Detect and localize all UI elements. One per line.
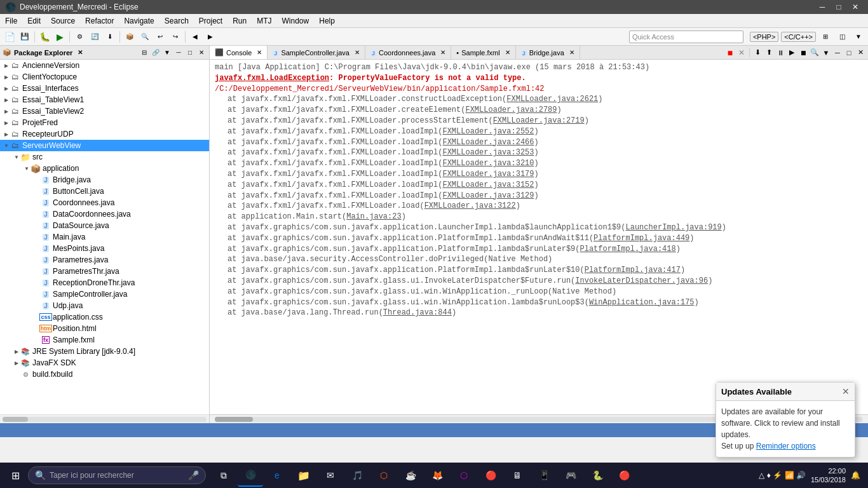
stack-link-7[interactable]: FXMLLoader.java:3210 <box>442 159 534 168</box>
toolbar-btn-7[interactable]: 🔍 <box>138 30 152 44</box>
toolbar-btn-9[interactable]: ↪ <box>168 30 182 44</box>
console-action-4[interactable]: ▶ <box>787 48 797 58</box>
stack-link-12[interactable]: Main.java:23 <box>346 212 401 221</box>
stack-link-13[interactable]: LauncherImpl.java:919 <box>626 223 722 232</box>
tree-item-bridge[interactable]: J Bridge.java <box>0 174 209 186</box>
tree-item-buildfxbuild[interactable]: ⚙ build.fxbuild <box>0 369 209 380</box>
exception-link[interactable]: javafx.fxml.LoadException <box>215 74 329 83</box>
updates-close-button[interactable]: ✕ <box>842 386 850 396</box>
package-explorer-tab[interactable]: 📦 <box>3 48 11 57</box>
run-button[interactable]: ▶ <box>53 30 67 44</box>
remove-console-button[interactable]: ✕ <box>736 48 747 58</box>
stack-link-11[interactable]: FXMLLoader.java:3122 <box>424 201 516 210</box>
collapse-all-button[interactable]: ⊟ <box>139 48 149 58</box>
console-action-3[interactable]: ⏸ <box>775 48 785 58</box>
stack-link-4[interactable]: FXMLLoader.java:2552 <box>442 127 534 136</box>
stack-link-3[interactable]: FXMLLoader.java:2719 <box>493 116 585 125</box>
minimize-button[interactable]: ─ <box>815 1 830 13</box>
stack-link-21[interactable]: Thread.java:844 <box>383 308 452 317</box>
maximize-button[interactable]: □ <box>831 1 846 13</box>
tree-item-parametresthr[interactable]: J ParametresThr.java <box>0 266 209 277</box>
link-editor-button[interactable]: 🔗 <box>151 48 161 58</box>
tree-item-recepteurudp[interactable]: ▶ 🗂 RecepteurUDP <box>0 128 209 140</box>
tree-item-ancienneversion[interactable]: ▶ 🗂 AncienneVersion <box>0 60 209 71</box>
app11-taskbar-button[interactable]: 🖥 <box>505 464 530 487</box>
tree-item-src[interactable]: ▼ 📁 src <box>0 151 209 163</box>
tree-item-parametres[interactable]: J Parametres.java <box>0 254 209 266</box>
coordonnees-tab[interactable]: J Coordonnees.java ✕ <box>365 46 451 59</box>
menu-file[interactable]: File <box>0 14 22 27</box>
menu-refactor[interactable]: Refactor <box>80 14 119 27</box>
console-action-6[interactable]: 🔍 <box>810 48 820 58</box>
tree-item-application[interactable]: ▼ 📦 application <box>0 163 209 174</box>
console-tab[interactable]: ⬛ Console ✕ <box>210 46 268 59</box>
hscroll-thumb[interactable] <box>215 417 253 422</box>
stack-link-14[interactable]: PlatformImpl.java:449 <box>593 234 689 243</box>
forward-button[interactable]: ▶ <box>203 30 217 44</box>
minimize-panel-button[interactable]: ─ <box>173 48 184 58</box>
new-button[interactable]: 📄 <box>3 30 17 44</box>
package-explorer-close[interactable]: ✕ <box>78 49 83 56</box>
console-tab-close[interactable]: ✕ <box>257 49 262 56</box>
reminder-options-link[interactable]: Reminder options <box>756 442 816 451</box>
tree-item-datasource[interactable]: J DataSource.java <box>0 220 209 231</box>
samplecontroller-tab[interactable]: J SampleController.java ✕ <box>268 46 365 59</box>
tree-item-jresyslib[interactable]: ▶ 📚 JRE System Library [jdk-9.0.4] <box>0 346 209 357</box>
close-console-button[interactable]: ✕ <box>855 48 865 58</box>
tree-hscrollbar[interactable] <box>0 414 209 423</box>
app6-taskbar-button[interactable]: ⬡ <box>371 464 397 487</box>
menu-run[interactable]: Run <box>227 14 252 27</box>
tree-item-serveurwebview[interactable]: ▼ 🗂 ServeurWebView <box>0 140 209 151</box>
menu-source[interactable]: Source <box>46 14 80 27</box>
stack-link-20[interactable]: WinApplication.java:175 <box>589 298 695 307</box>
cpp-lang-button[interactable]: <C/C++> <box>781 32 816 42</box>
tree-item-mespoints[interactable]: J MesPoints.java <box>0 243 209 254</box>
bridge-tab[interactable]: J Bridge.java ✕ <box>516 46 580 59</box>
firefox-taskbar-button[interactable]: 🦊 <box>424 464 450 487</box>
tree-item-javafxsdk[interactable]: ▶ 📚 JavaFX SDK <box>0 357 209 369</box>
tree-item-receptiondronethr[interactable]: J ReceptionDroneThr.java <box>0 277 209 288</box>
taskbar-search-box[interactable]: 🔍 Taper ici pour rechercher 🎤 <box>28 466 206 484</box>
mail-taskbar-button[interactable]: ✉ <box>318 464 343 487</box>
console-action-1[interactable]: ⬇ <box>752 48 763 58</box>
tab-close3[interactable]: ✕ <box>505 49 510 56</box>
stop-console-button[interactable]: ■ <box>725 48 735 58</box>
console-action-5[interactable]: ⏹ <box>798 48 808 58</box>
netbeans-taskbar-button[interactable]: ☕ <box>398 464 423 487</box>
tree-item-buttoncell[interactable]: J ButtonCell.java <box>0 186 209 197</box>
tree-item-appcss[interactable]: css application.css <box>0 311 209 323</box>
console-action-2[interactable]: ⬆ <box>764 48 774 58</box>
debug-button[interactable]: 🐛 <box>37 30 51 44</box>
maximize-console-button[interactable]: □ <box>844 48 854 58</box>
menu-search[interactable]: Search <box>159 14 194 27</box>
tree-item-projetfred[interactable]: ▶ 🗂 ProjetFred <box>0 117 209 128</box>
toolbar-btn-3[interactable]: ⚙ <box>72 30 86 44</box>
notification-button[interactable]: 🔔 <box>851 471 860 480</box>
perspective-button[interactable]: ⊞ <box>818 30 832 44</box>
panel-menu-button[interactable]: ▼ <box>162 48 172 58</box>
tree-item-datacoordonnees[interactable]: J DataCoordonnees.java <box>0 208 209 220</box>
stack-link-6[interactable]: FXMLLoader.java:3253 <box>442 148 534 157</box>
save-button[interactable]: 💾 <box>18 30 32 44</box>
menu-navigate[interactable]: Navigate <box>119 14 159 27</box>
menu-mtj[interactable]: MTJ <box>252 14 276 27</box>
stack-link-9[interactable]: FXMLLoader.java:3152 <box>442 180 534 189</box>
sample-fxml-tab[interactable]: • Sample.fxml ✕ <box>451 46 515 59</box>
tab-close[interactable]: ✕ <box>355 49 360 56</box>
close-button[interactable]: ✕ <box>848 1 863 13</box>
tree-item-essaitableview1[interactable]: ▶ 🗂 Essai_TableView1 <box>0 94 209 105</box>
stack-link-15[interactable]: PlatformImpl.java:418 <box>580 245 676 254</box>
menu-edit[interactable]: Edit <box>22 14 46 27</box>
tree-item-samplecontroller[interactable]: J SampleController.java <box>0 288 209 300</box>
tree-item-coordonnees[interactable]: J Coordonnees.java <box>0 197 209 208</box>
tray-clock[interactable]: 22:00 15/03/2018 <box>811 466 846 485</box>
toolbar-btn-6[interactable]: 📦 <box>123 30 137 44</box>
app9-taskbar-button[interactable]: ⬡ <box>451 464 477 487</box>
menu-window[interactable]: Window <box>277 14 315 27</box>
console-menu-button[interactable]: ▼ <box>821 48 831 58</box>
stack-link-8[interactable]: FXMLLoader.java:3179 <box>442 170 534 179</box>
php-lang-button[interactable]: <PHP> <box>750 32 778 42</box>
toolbar-btn-11[interactable]: ▼ <box>851 30 865 44</box>
tree-item-essaiinterfaces[interactable]: ▶ 🗂 Essai_Interfaces <box>0 83 209 94</box>
app15-taskbar-button[interactable]: 🔴 <box>611 464 637 487</box>
